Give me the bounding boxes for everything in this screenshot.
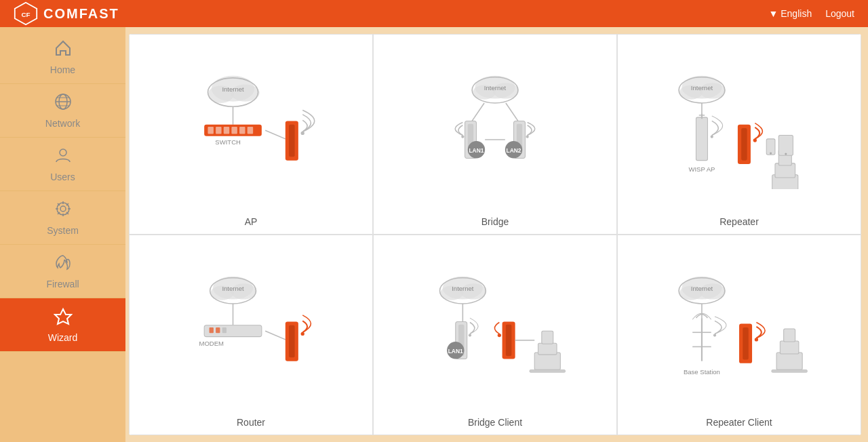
svg-point-65 [770,152,772,154]
svg-rect-26 [289,124,294,157]
sidebar-item-home[interactable]: Home [0,31,125,84]
svg-rect-20 [231,126,237,134]
svg-point-8 [60,206,66,212]
header: CF COMFAST ▼ English Logout [0,0,868,27]
svg-point-37 [461,135,464,138]
svg-text:CF: CF [21,11,30,18]
svg-rect-114 [743,327,748,359]
svg-point-27 [301,131,304,134]
svg-point-82 [301,332,304,335]
sidebar-item-home-label: Home [50,64,75,75]
svg-point-115 [755,338,758,341]
svg-rect-119 [784,329,795,342]
sidebar-item-wizard-label: Wizard [48,332,78,343]
svg-rect-22 [248,126,253,134]
sidebar-item-users-label: Users [50,172,75,182]
svg-rect-98 [534,352,560,369]
mode-bridge-client[interactable]: Internet LAN1 [373,235,617,435]
repeater-diagram: Internet WISP AP [625,45,854,211]
logo: CF COMFAST [14,1,119,26]
svg-rect-101 [542,331,553,344]
svg-rect-99 [530,369,566,372]
svg-line-34 [506,102,518,120]
mode-repeater-client[interactable]: Internet Base Station [617,235,861,435]
svg-point-91 [469,334,471,336]
svg-text:MODEM: MODEM [199,340,224,347]
mode-repeater[interactable]: Internet WISP AP [617,34,861,235]
router-label: Router [237,411,265,428]
firewall-icon [54,253,73,276]
lang-selector[interactable]: ▼ English [769,8,812,19]
mode-router[interactable]: Internet MODEM [129,235,373,435]
bridge-diagram: Internet LAN1 [380,45,610,211]
svg-line-33 [472,102,484,120]
bridge-label: Bridge [481,211,509,227]
svg-rect-17 [208,126,213,134]
svg-rect-21 [239,126,245,134]
svg-text:Internet: Internet [222,85,244,93]
svg-rect-116 [776,352,802,369]
svg-text:Internet: Internet [691,284,713,292]
svg-point-67 [785,153,787,155]
header-right: ▼ English Logout [769,8,855,19]
svg-point-59 [753,138,757,142]
mode-ap[interactable]: Internet SWITCH [129,34,373,235]
svg-text:LAN2: LAN2 [506,147,521,154]
ap-label: AP [245,211,258,227]
svg-text:Internet: Internet [222,284,244,292]
svg-text:Internet: Internet [484,83,507,91]
repeater-client-diagram: Internet Base Station [625,245,854,411]
mode-bridge[interactable]: Internet LAN1 [373,34,617,235]
svg-rect-66 [778,135,793,155]
sidebar: Home Network Users [0,27,125,442]
svg-text:Internet: Internet [691,83,713,91]
svg-rect-19 [224,126,229,134]
svg-rect-117 [772,369,808,372]
svg-point-7 [60,149,66,156]
svg-rect-52 [696,117,707,161]
svg-rect-76 [216,327,220,332]
svg-line-79 [265,331,285,340]
users-icon [54,146,73,169]
logo-icon: CF [14,1,38,26]
ap-diagram: Internet SWITCH [136,45,366,211]
svg-text:LAN1: LAN1 [448,348,463,355]
svg-point-9 [57,203,69,215]
wizard-icon [54,306,73,329]
svg-rect-100 [538,343,557,355]
system-icon [54,199,73,222]
svg-rect-77 [222,327,226,332]
logout-button[interactable]: Logout [825,8,854,19]
svg-rect-18 [216,126,221,134]
sidebar-item-users[interactable]: Users [0,138,125,191]
sidebar-item-system[interactable]: System [0,191,125,245]
svg-text:WISP AP: WISP AP [688,165,715,172]
router-diagram: Internet MODEM [136,245,366,411]
sidebar-item-system-label: System [47,225,79,236]
svg-rect-118 [780,341,799,354]
sidebar-item-network-label: Network [45,118,80,129]
sidebar-item-network[interactable]: Network [0,84,125,138]
sidebar-item-firewall-label: Firewall [46,279,79,289]
network-icon [54,92,73,115]
svg-rect-95 [506,324,511,356]
logo-text: COMFAST [43,6,119,22]
content-grid: Internet SWITCH [129,34,861,435]
bridge-client-label: Bridge Client [468,411,522,428]
svg-point-96 [498,333,501,336]
sidebar-item-wizard[interactable]: Wizard [0,298,125,352]
svg-rect-75 [210,327,214,332]
repeater-label: Repeater [719,211,759,227]
sidebar-item-firewall[interactable]: Firewall [0,245,125,298]
svg-rect-58 [741,128,747,161]
bridge-client-diagram: Internet LAN1 [380,245,610,411]
svg-rect-81 [289,325,294,357]
main-layout: Home Network Users [0,27,868,442]
svg-text:SWITCH: SWITCH [215,138,241,146]
svg-text:LAN1: LAN1 [469,147,484,154]
svg-point-112 [713,334,716,336]
svg-text:Internet: Internet [452,284,474,292]
svg-point-56 [711,135,713,138]
svg-point-43 [526,135,529,138]
home-icon [54,39,73,62]
